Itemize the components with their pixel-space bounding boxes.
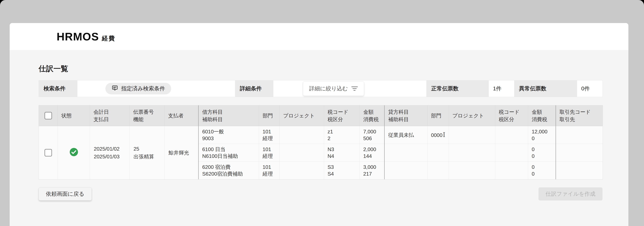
back-to-request-button[interactable]: 依頼画面に戻る bbox=[38, 187, 92, 200]
debit-project-cell bbox=[280, 126, 324, 179]
debit-tax-entry: N3 N4 bbox=[324, 144, 360, 161]
debit-account-entry: 6200 宿泊費 S6200宿泊費補助 bbox=[199, 162, 259, 179]
col-header-payment-date: 支払日 bbox=[94, 116, 126, 123]
row-status-cell bbox=[58, 126, 90, 179]
credit-amount-cell: 12,000 0 0 0 0 0 bbox=[528, 126, 556, 179]
credit-account-entry bbox=[385, 162, 427, 179]
accounting-date: 2025/01/02 bbox=[94, 145, 126, 153]
debit-tax-code-0: z1 bbox=[328, 128, 356, 135]
debit-amount-entry: 7,000 506 bbox=[360, 126, 384, 144]
normal-voucher-count-value: 1件 bbox=[489, 80, 514, 97]
monitor-icon bbox=[112, 85, 118, 92]
credit-dept-entry: 0000I bbox=[428, 126, 449, 144]
debit-tax-code-1: N3 bbox=[328, 146, 356, 153]
debit-sub-account-0: 9003 bbox=[202, 135, 255, 142]
debit-dept-entry: 101 経理 bbox=[259, 144, 280, 161]
col-header-debit-tax: 税コード 税区分 bbox=[324, 105, 360, 126]
col-header-payer-text: 支払者 bbox=[168, 112, 195, 119]
debit-tax-entry: z1 2 bbox=[324, 126, 360, 144]
row-dates-cell: 2025/01/02 2025/01/03 bbox=[90, 126, 130, 179]
debit-dept-entry: 101 経理 bbox=[259, 126, 280, 144]
credit-account-entry: 従業員未払 bbox=[385, 126, 427, 144]
debit-project-entry bbox=[280, 162, 324, 179]
credit-project-cell bbox=[449, 126, 495, 179]
credit-amount-entry: 0 0 bbox=[528, 162, 556, 179]
search-conditions-label: 検索条件 bbox=[39, 80, 78, 97]
footer-actions: 依頼画面に戻る 仕訳ファイルを作成 bbox=[38, 187, 602, 200]
debit-tax-code-2: S3 bbox=[328, 164, 356, 170]
status-ok-icon bbox=[69, 148, 78, 158]
text-cursor-icon: I bbox=[443, 131, 445, 138]
debit-amount-2: 3,000 bbox=[363, 164, 381, 170]
col-header-credit-tax-l1: 税コード bbox=[499, 108, 524, 116]
create-journal-file-button[interactable]: 仕訳ファイルを作成 bbox=[538, 187, 602, 200]
select-all-checkbox[interactable] bbox=[44, 112, 52, 119]
row-checkbox[interactable] bbox=[44, 149, 52, 156]
credit-dept-entry bbox=[428, 162, 449, 179]
col-header-credit-amount: 金額 消費税 bbox=[528, 105, 556, 126]
col-header-debit-dept-text: 部門 bbox=[262, 112, 276, 119]
error-voucher-count-value: 0件 bbox=[577, 80, 602, 97]
credit-tax-amount-1: 0 bbox=[532, 153, 552, 159]
credit-account-cell: 従業員未払 bbox=[384, 126, 427, 179]
debit-amount-entry: 3,000 217 bbox=[360, 162, 384, 179]
debit-tax-class-1: N4 bbox=[328, 153, 356, 159]
logo-product-text: 経費 bbox=[102, 34, 115, 43]
debit-dept-name-2: 経理 bbox=[262, 170, 276, 177]
voucher-function: 出張精算 bbox=[134, 153, 160, 160]
debit-tax-amount-0: 506 bbox=[363, 135, 381, 142]
credit-amount-entry: 12,000 0 bbox=[528, 126, 556, 144]
credit-tax-entry bbox=[495, 144, 528, 161]
col-header-debit-account-l2: 補助科目 bbox=[202, 116, 255, 123]
filter-icon bbox=[351, 87, 358, 91]
debit-tax-class-2: S4 bbox=[328, 170, 356, 177]
debit-amount-0: 7,000 bbox=[363, 128, 381, 135]
col-header-vendor: 取引先コード 取引先 bbox=[556, 105, 603, 126]
debit-account-1: 6100 日当 bbox=[202, 146, 255, 153]
col-header-credit-amount-l2: 消費税 bbox=[532, 116, 552, 123]
voucher-no: 25 bbox=[134, 145, 160, 153]
debit-amount-entry: 2,000 144 bbox=[360, 144, 384, 161]
col-header-credit-project: プロジェクト bbox=[449, 105, 495, 126]
row-checkbox-cell bbox=[39, 126, 58, 179]
col-header-debit-account-l1: 借方科目 bbox=[202, 108, 255, 116]
col-header-voucher: 伝票番号 機能 bbox=[130, 105, 164, 126]
col-header-status-text: 状態 bbox=[61, 112, 86, 119]
credit-project-entry bbox=[449, 144, 495, 161]
debit-dept-name-0: 経理 bbox=[262, 135, 276, 142]
col-header-debit-account: 借方科目 補助科目 bbox=[198, 105, 259, 126]
credit-tax-entry bbox=[495, 126, 528, 144]
debit-account-0: 6010一般 bbox=[202, 128, 255, 135]
col-header-debit-tax-l2: 税区分 bbox=[328, 116, 356, 123]
debit-amount-cell: 7,000 506 2,000 144 3,000 217 bbox=[360, 126, 384, 179]
debit-tax-entry: S3 S4 bbox=[324, 162, 360, 179]
credit-tax-amount-0: 0 bbox=[532, 135, 552, 142]
search-conditions-cell: 指定済み検索条件 bbox=[78, 80, 235, 97]
col-header-debit-dept: 部門 bbox=[259, 105, 280, 126]
debit-account-2: 6200 宿泊費 bbox=[202, 164, 255, 170]
logo-brand-text: HRMOS bbox=[57, 30, 99, 43]
content-area: 仕訳一覧 検索条件 指定済み検索条件 bbox=[10, 50, 628, 226]
debit-project-entry bbox=[280, 144, 324, 161]
col-header-credit-dept-text: 部門 bbox=[431, 112, 445, 119]
page-title: 仕訳一覧 bbox=[38, 64, 603, 73]
debit-dept-code-2: 101 bbox=[262, 164, 276, 170]
debit-account-entry: 6100 日当 N6100日当補助 bbox=[199, 144, 259, 161]
refine-by-detail-text: 詳細に絞り込む bbox=[309, 85, 348, 92]
credit-amount-0: 12,000 bbox=[532, 128, 552, 135]
saved-search-conditions-button[interactable]: 指定済み検索条件 bbox=[106, 83, 171, 94]
col-header-debit-amount-l2: 消費税 bbox=[363, 116, 381, 123]
col-header-credit-account-l2: 補助科目 bbox=[388, 116, 424, 123]
col-header-accounting-date: 会計日 bbox=[94, 108, 126, 116]
col-header-vendor-name: 取引先 bbox=[560, 116, 599, 123]
credit-dept-entry bbox=[428, 144, 449, 161]
col-header-credit-account-l1: 貸方科目 bbox=[388, 108, 424, 116]
col-header-debit-amount: 金額 消費税 bbox=[360, 105, 384, 126]
debit-account-entry: 6010一般 9003 bbox=[199, 126, 259, 144]
refine-by-detail-button[interactable]: 詳細に絞り込む bbox=[303, 81, 364, 96]
credit-project-entry bbox=[449, 126, 495, 144]
hrmos-keihi-logo: HRMOS 経費 bbox=[57, 30, 115, 43]
debit-tax-amount-1: 144 bbox=[363, 153, 381, 159]
vendor-entry bbox=[556, 144, 603, 161]
col-header-credit-account: 貸方科目 補助科目 bbox=[384, 105, 427, 126]
